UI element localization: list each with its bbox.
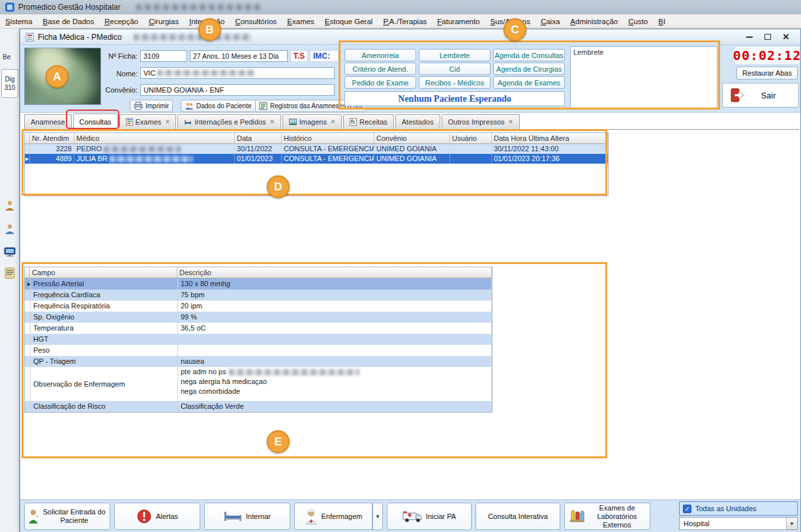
menu-sistema[interactable]: Sistema — [5, 18, 33, 25]
exames-externos-label: Exames de Laboratórios Externos — [589, 504, 645, 529]
maximize-icon[interactable] — [759, 31, 777, 43]
dados-paciente-button[interactable]: Dados do Paciente — [181, 100, 256, 112]
tab-outros-impressos[interactable]: Outros Impressos × — [442, 114, 520, 129]
solicitar-entrada-button[interactable]: Solicitar Entrada do Paciente — [24, 503, 110, 530]
session-timer: 00:02:12 — [735, 47, 799, 64]
restaurar-abas-button[interactable]: Restaurar Abas — [736, 66, 798, 80]
table-row[interactable]: 3228 PEDRO 30/11/2022 CONSULTA - EMERGEN… — [25, 144, 608, 154]
quick-button-criterio-atend[interactable]: Critério de Atend. — [344, 63, 416, 75]
quick-button-agenda-exames[interactable]: Agenda de Exames — [493, 76, 565, 89]
tab-internacoes-pedidos[interactable]: Internações e Pedidos × — [177, 114, 280, 129]
vitals-row-selected[interactable]: ▶ Pressão Arterial 130 x 80 mmhg — [25, 278, 492, 289]
tab-consultas[interactable]: Consultas — [73, 113, 118, 130]
imc-label: IMC: — [310, 50, 339, 62]
tab-imagens[interactable]: Imagens × — [282, 114, 342, 129]
consulta-interativa-button[interactable]: Consulta Interativa — [476, 503, 560, 530]
sair-button[interactable]: Sair — [722, 83, 799, 108]
tab-outros-close-icon[interactable]: × — [509, 117, 513, 126]
annotation-badge-e: E — [267, 430, 290, 453]
menu-estoque-geral[interactable]: Estoque Geral — [325, 18, 373, 25]
vitals-row[interactable]: Sp. Oxigênio99 % — [25, 312, 492, 323]
imprimir-button[interactable]: Imprimir — [130, 100, 173, 112]
exam-doc-icon — [126, 118, 133, 126]
quick-button-amenorreia[interactable]: Amenorreia — [344, 49, 416, 61]
sidebar-ficha-tab[interactable]: Dig 310 — [1, 69, 18, 98]
imprimir-label: Imprimir — [145, 102, 169, 110]
cell-descricao: 130 x 80 mmhg — [178, 278, 492, 289]
window-icon — [25, 33, 34, 42]
quick-button-agenda-cirurgias[interactable]: Agenda de Cirurgias — [493, 63, 565, 75]
tab-exames-label: Exames — [136, 118, 162, 126]
ficha-label: Nº Ficha: — [84, 52, 138, 60]
quick-button-agenda-consultas[interactable]: Agenda de Consultas — [493, 49, 565, 61]
col-medico[interactable]: Médico — [74, 133, 235, 144]
minimize-icon[interactable] — [740, 31, 759, 43]
nome-field[interactable]: VIC — [140, 67, 335, 79]
vitals-row[interactable]: HGT — [25, 334, 492, 345]
vitals-row[interactable]: Frequência Cardíaca75 bpm — [25, 289, 492, 301]
enfermagem-button[interactable]: Enfermagem — [294, 503, 372, 530]
menu-custo[interactable]: Custo — [628, 18, 648, 25]
todas-unidades-checkbox[interactable]: ✓ — [683, 505, 691, 513]
unidade-dropdown-icon[interactable]: ▼ — [786, 518, 797, 529]
internar-button[interactable]: Internar — [204, 503, 290, 530]
cell-descricao — [178, 345, 492, 356]
clipboard-icon[interactable] — [4, 267, 16, 279]
menu-bi[interactable]: BI — [658, 18, 665, 25]
menu-consultorios[interactable]: Consultórios — [235, 18, 277, 25]
vitals-row-observacao[interactable]: Observação de Enfermagem pte adm no ps n… — [25, 367, 492, 401]
menu-recepcao[interactable]: Recepção — [104, 18, 138, 25]
col-convenio[interactable]: Convênio — [374, 133, 450, 144]
lembrete-panel: Lembrete — [570, 46, 718, 110]
vitals-header-row: Campo Descrição — [25, 267, 492, 278]
dados-paciente-label: Dados do Paciente — [196, 102, 252, 110]
ficha-number-field[interactable]: 3109 — [140, 50, 187, 62]
tab-atestados-label: Atestados — [402, 118, 434, 126]
tab-internacoes-close-icon[interactable]: × — [270, 117, 275, 126]
vitals-row[interactable]: Frequência Respiratória20 ipm — [25, 301, 492, 312]
iniciar-pa-button[interactable]: Iniciar PA — [387, 503, 472, 530]
tab-imagens-close-icon[interactable]: × — [331, 117, 335, 126]
menu-caixa[interactable]: Caixa — [541, 18, 560, 25]
menu-faturamento[interactable]: Faturamento — [437, 18, 479, 25]
col-nr-atendim[interactable]: Nr. Atendim — [30, 133, 74, 144]
enfermagem-dropdown-icon[interactable]: ▼ — [372, 503, 383, 530]
tab-atestados[interactable]: Atestados — [395, 114, 440, 129]
tab-exames-close-icon[interactable]: × — [165, 117, 170, 126]
menu-cirurgias[interactable]: Cirurgias — [149, 18, 179, 25]
menu-exames[interactable]: Exames — [287, 18, 314, 25]
alertas-button[interactable]: Alertas — [114, 503, 200, 530]
table-row-selected[interactable]: ▶ 4889 JULIA BR 01/01/2023 CONSULTA - EM… — [25, 154, 608, 164]
menu-administracao[interactable]: Administração — [570, 18, 618, 25]
doctor-person-icon[interactable] — [4, 223, 16, 235]
convenio-field[interactable]: UNIMED GOIANIA - ENF — [140, 84, 335, 96]
menu-base-de-dados[interactable]: Base de Dados — [43, 18, 95, 25]
unidade-select[interactable]: Hospital ▼ — [679, 517, 798, 530]
vitals-row[interactable]: QP - Triagemnausea — [25, 356, 492, 367]
waiting-patient-message: Nenhum Paciente Esperando — [344, 91, 565, 106]
vitals-row[interactable]: Classificação de RiscoClassificação Verd… — [25, 401, 492, 412]
redacted-patient-name — [157, 70, 255, 76]
cell-descricao: nausea — [178, 356, 492, 367]
quick-button-cid[interactable]: Cid — [419, 63, 491, 75]
col-descricao[interactable]: Descrição — [177, 267, 492, 278]
patient-person-icon[interactable] — [4, 200, 16, 211]
vitals-row[interactable]: Temperatura36,5 oC — [25, 323, 492, 334]
col-data[interactable]: Data — [235, 133, 282, 144]
quick-button-pedido-exame[interactable]: Pedido de Exame — [344, 76, 416, 89]
tab-exames[interactable]: Exames × — [119, 114, 177, 129]
quick-button-recibos-medicos[interactable]: Recibos - Médicos — [419, 76, 491, 89]
quick-button-lembrete[interactable]: Lembrete — [419, 49, 491, 61]
tab-bar: Anamnese Consultas Exames × Internações … — [23, 113, 799, 130]
tab-receitas[interactable]: Receitas — [343, 114, 394, 129]
exames-externos-button[interactable]: Exames de Laboratórios Externos — [564, 503, 650, 530]
col-ultima-alteracao[interactable]: Data Hora Última Altera — [492, 133, 608, 144]
col-historico[interactable]: Histórico — [282, 133, 374, 144]
close-icon[interactable]: ✕ — [777, 31, 795, 43]
tab-anamnese[interactable]: Anamnese — [24, 114, 72, 129]
monitor-icon[interactable] — [4, 246, 16, 258]
menu-pa-terapias[interactable]: P.A./Terapias — [383, 18, 427, 25]
col-campo[interactable]: Campo — [30, 267, 177, 278]
vitals-row[interactable]: Peso — [25, 345, 492, 356]
col-usuario[interactable]: Usuário — [450, 133, 492, 144]
